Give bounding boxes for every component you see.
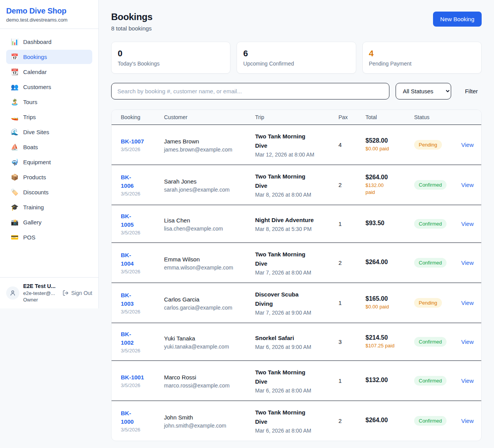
package-icon: 📦: [11, 174, 19, 180]
page-title: Bookings: [111, 12, 152, 22]
user-role: Owner: [23, 296, 59, 303]
customer-name: James Brown: [164, 137, 255, 146]
shop-domain: demo.test.divestreams.com: [6, 17, 92, 23]
status-badge: Confirmed: [414, 416, 447, 426]
view-link[interactable]: View: [461, 300, 474, 306]
customer-email: emma.wilson@example.com: [164, 264, 255, 271]
booking-id-link[interactable]: BK- 1003: [121, 291, 164, 308]
sidebar: Demo Dive Shop demo.test.divestreams.com…: [0, 0, 99, 308]
sidebar-item-discounts[interactable]: 🏷️ Discounts: [6, 185, 92, 199]
sidebar-item-gallery[interactable]: 📸 Gallery: [6, 215, 92, 229]
table-row: BK- 1006 3/5/2026 Sarah Jones sarah.jone…: [112, 165, 481, 205]
customer-name: John Smith: [164, 413, 255, 422]
sidebar-item-bookings[interactable]: 📅 Bookings: [6, 50, 92, 64]
sidebar-item-boats[interactable]: ⛵ Boats: [6, 140, 92, 154]
booking-id-link[interactable]: BK-1007: [121, 137, 164, 146]
bookings-table: Booking Customer Trip Pax Total Status B…: [111, 109, 482, 441]
sidebar-item-label: Training: [23, 204, 44, 211]
stat-card-upcoming-confirmed: 6 Upcoming Confirmed: [237, 42, 356, 74]
column-header-pax: Pax: [338, 114, 365, 120]
customer-email: sarah.jones@example.com: [164, 187, 255, 193]
total-amount: $264.00: [365, 417, 414, 424]
sidebar-item-products[interactable]: 📦 Products: [6, 170, 92, 184]
sign-out-button[interactable]: Sign Out: [63, 290, 92, 296]
trip-name: Snorkel Safari: [255, 333, 338, 343]
sidebar-item-trips[interactable]: 🚤 Trips: [6, 110, 92, 124]
table-row: BK- 1000 3/5/2026 John Smith john.smith@…: [112, 401, 481, 441]
paid-amount: $132.00 paid: [365, 182, 414, 196]
main-content: Bookings 8 total bookings New Booking 0 …: [99, 0, 494, 441]
user-info: E2E Test U... e2e-tester@... Owner: [23, 283, 59, 303]
search-input[interactable]: [111, 83, 389, 99]
trip-name: Two Tank Morning Dive: [255, 250, 338, 268]
avatar: [6, 286, 19, 300]
status-badge: Confirmed: [414, 219, 447, 229]
view-link[interactable]: View: [461, 259, 474, 266]
status-filter-select[interactable]: All Statuses: [396, 83, 451, 99]
booking-id-link[interactable]: BK- 1005: [121, 212, 164, 229]
view-link[interactable]: View: [461, 221, 474, 227]
pax-count: 2: [338, 418, 365, 424]
view-link[interactable]: View: [461, 182, 474, 188]
view-link[interactable]: View: [461, 141, 474, 148]
sidebar-item-training[interactable]: 🎓 Training: [6, 200, 92, 214]
sailboat-icon: ⛵: [11, 144, 19, 150]
tag-icon: 🏷️: [11, 189, 19, 195]
sidebar-item-pos[interactable]: 💳 POS: [6, 230, 92, 244]
tear-off-calendar-icon: 📆: [11, 69, 19, 75]
booking-date: 3/5/2026: [121, 230, 164, 236]
pax-count: 3: [338, 339, 365, 345]
customer-name: Yuki Tanaka: [164, 334, 255, 343]
sidebar-item-label: Gallery: [23, 219, 42, 226]
sidebar-item-calendar[interactable]: 📆 Calendar: [6, 65, 92, 79]
booking-id-link[interactable]: BK- 1006: [121, 173, 164, 190]
stat-label: Pending Payment: [369, 61, 475, 67]
trip-datetime: Mar 6, 2026 at 8:00 AM: [255, 428, 338, 434]
sidebar-item-customers[interactable]: 👥 Customers: [6, 80, 92, 94]
table-row: BK-1001 3/5/2026 Marco Rossi marco.rossi…: [112, 361, 481, 401]
sidebar-item-label: Dive Sites: [23, 129, 49, 135]
total-amount: $93.50: [365, 220, 414, 227]
paid-amount: $0.00 paid: [365, 303, 414, 310]
sidebar-item-tours[interactable]: 🏝️ Tours: [6, 95, 92, 109]
sidebar-item-label: Bookings: [23, 54, 47, 60]
view-link[interactable]: View: [461, 339, 474, 345]
filter-button[interactable]: Filter: [461, 86, 482, 97]
booking-id-link[interactable]: BK- 1002: [121, 330, 164, 347]
sidebar-item-dashboard[interactable]: 📊 Dashboard: [6, 35, 92, 49]
customer-name: Emma Wilson: [164, 255, 255, 264]
status-badge: Pending: [414, 140, 442, 150]
pax-count: 2: [338, 182, 365, 188]
pax-count: 1: [338, 300, 365, 306]
sidebar-item-label: Customers: [23, 84, 51, 90]
view-link[interactable]: View: [461, 418, 474, 424]
booking-date: 3/5/2026: [121, 427, 164, 433]
booking-date: 3/5/2026: [121, 382, 164, 388]
column-header-customer: Customer: [164, 114, 255, 120]
booking-id-link[interactable]: BK- 1004: [121, 251, 164, 268]
customer-name: Carlos Garcia: [164, 295, 255, 304]
page-header: Bookings 8 total bookings New Booking: [111, 12, 482, 32]
bar-chart-icon: 📊: [11, 39, 19, 45]
shop-name: Demo Dive Shop: [6, 7, 92, 15]
sidebar-item-dive-sites[interactable]: 🌊 Dive Sites: [6, 125, 92, 139]
sidebar-item-equipment[interactable]: 🤿 Equipment: [6, 155, 92, 169]
booking-id-link[interactable]: BK- 1000: [121, 409, 164, 426]
stat-card-pending-payment: 4 Pending Payment: [362, 42, 482, 74]
trip-name: Two Tank Morning Dive: [255, 368, 338, 386]
table-row: BK- 1003 3/5/2026 Carlos Garcia carlos.g…: [112, 283, 481, 323]
speedboat-icon: 🚤: [11, 114, 19, 120]
booking-id-link[interactable]: BK-1001: [121, 373, 164, 382]
customer-email: james.brown@example.com: [164, 147, 255, 153]
customer-name: Marco Rossi: [164, 373, 255, 382]
status-badge: Confirmed: [414, 180, 447, 190]
trip-datetime: Mar 8, 2026 at 5:30 PM: [255, 226, 338, 232]
total-amount: $264.00: [365, 259, 414, 266]
credit-card-icon: 💳: [11, 234, 19, 241]
booking-date: 3/5/2026: [121, 147, 164, 152]
new-booking-button[interactable]: New Booking: [433, 12, 482, 27]
view-link[interactable]: View: [461, 377, 474, 384]
trip-name: Two Tank Morning Dive: [255, 408, 338, 426]
column-header-booking: Booking: [121, 114, 164, 120]
people-icon: 👥: [11, 84, 19, 90]
